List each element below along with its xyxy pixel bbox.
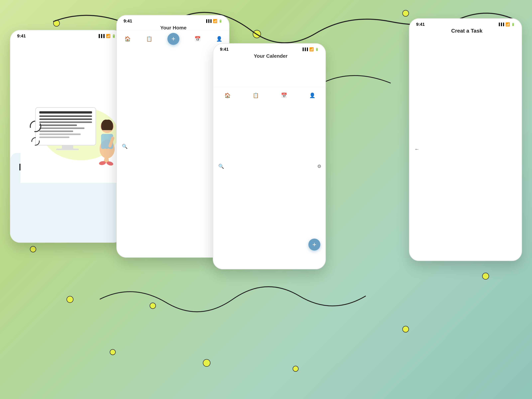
calendar-top-bar: 🔍 Your Calender ⚙ bbox=[213, 53, 325, 269]
status-bar-4: 9:41 ▐▐▐ 📶 🔋 bbox=[410, 19, 521, 28]
fab-add-button[interactable]: + bbox=[167, 33, 179, 45]
create-task-header: ← Creat a Task bbox=[410, 28, 521, 260]
svg-rect-6 bbox=[39, 125, 77, 126]
cal-nav-calendar[interactable]: 📅 bbox=[281, 92, 287, 99]
status-icons-2: ▐▐▐ 📶 🔋 bbox=[205, 19, 222, 23]
status-time-4: 9:41 bbox=[416, 22, 425, 27]
cal-nav-tasks[interactable]: 📋 bbox=[252, 92, 259, 99]
signal-icon-1: ▐▐▐ bbox=[97, 34, 105, 38]
battery-icon-2: 🔋 bbox=[219, 19, 222, 23]
hero-illustration bbox=[20, 70, 122, 179]
filter-icon-cal[interactable]: ⚙ bbox=[317, 164, 321, 169]
status-bar-3: 9:41 ▐▐▐ 📶 🔋 bbox=[213, 44, 325, 53]
svg-rect-9 bbox=[39, 133, 81, 135]
status-time-1: 9:41 bbox=[17, 33, 26, 38]
create-task-title: Creat a Task bbox=[423, 28, 511, 260]
signal-icon-2: ▐▐▐ bbox=[205, 19, 211, 23]
svg-rect-3 bbox=[39, 115, 92, 117]
status-bar-1: 9:41 ▐▐▐ 📶 🔋 bbox=[11, 30, 122, 40]
nav-tasks-icon[interactable]: 📋 bbox=[146, 36, 152, 42]
svg-rect-4 bbox=[39, 118, 92, 120]
signal-icon-4: ▐▐▐ bbox=[498, 23, 504, 26]
battery-icon-1: 🔋 bbox=[112, 34, 116, 38]
phone-calendar: 9:41 ▐▐▐ 📶 🔋 🔍 Your Calender ⚙ 2023 Febr… bbox=[213, 43, 326, 269]
nav-home-icon[interactable]: 🏠 bbox=[124, 36, 131, 42]
svg-rect-10 bbox=[39, 137, 69, 138]
cal-nav-profile[interactable]: 👤 bbox=[309, 92, 316, 99]
home-bottom-nav: 🏠 📋 + 📅 👤 bbox=[117, 30, 229, 47]
phone-create-task: 9:41 ▐▐▐ 📶 🔋 ← Creat a Task Name Design … bbox=[409, 18, 522, 261]
svg-rect-8 bbox=[39, 131, 73, 132]
back-button[interactable]: ← bbox=[414, 146, 419, 152]
status-icons-4: ▐▐▐ 📶 🔋 bbox=[498, 22, 515, 27]
wifi-icon-4: 📶 bbox=[505, 22, 510, 27]
phone-splash: 9:41 ▐▐▐ 📶 🔋 bbox=[10, 30, 123, 243]
calendar-title: Your Calender bbox=[224, 53, 317, 269]
home-title: Your Home bbox=[128, 25, 219, 257]
nav-calendar-icon[interactable]: 📅 bbox=[194, 36, 201, 42]
fab-add-calendar[interactable]: + bbox=[308, 239, 320, 251]
status-icons-3: ▐▐▐ 📶 🔋 bbox=[302, 47, 319, 51]
home-top-bar: 🔍 Your Home 🔔 bbox=[117, 25, 229, 257]
svg-rect-12 bbox=[56, 149, 79, 150]
svg-rect-5 bbox=[39, 121, 92, 123]
wifi-icon-3: 📶 bbox=[309, 47, 314, 51]
cal-nav-home[interactable]: 🏠 bbox=[224, 92, 231, 99]
svg-rect-11 bbox=[62, 145, 73, 149]
calendar-bottom-nav: 🏠 📋 📅 👤 bbox=[213, 87, 325, 104]
wifi-icon-2: 📶 bbox=[213, 19, 217, 23]
signal-icon-3: ▐▐▐ bbox=[302, 48, 308, 51]
status-bar-2: 9:41 ▐▐▐ 📶 🔋 bbox=[117, 15, 229, 25]
phone-home: 9:41 ▐▐▐ 📶 🔋 🔍 Your Home 🔔 Good Evening … bbox=[116, 15, 229, 258]
status-time-3: 9:41 bbox=[220, 47, 228, 52]
search-icon-home[interactable]: 🔍 bbox=[122, 144, 128, 149]
hero-area bbox=[20, 70, 122, 183]
status-icons-1: ▐▐▐ 📶 🔋 bbox=[97, 34, 116, 38]
status-time-2: 9:41 bbox=[124, 19, 132, 24]
battery-icon-3: 🔋 bbox=[315, 48, 319, 51]
nav-profile-icon[interactable]: 👤 bbox=[216, 36, 222, 42]
wifi-icon-1: 📶 bbox=[106, 34, 110, 38]
svg-rect-2 bbox=[39, 111, 92, 114]
battery-icon-4: 🔋 bbox=[511, 23, 515, 26]
calendar-fab: + bbox=[308, 239, 320, 251]
search-icon-cal[interactable]: 🔍 bbox=[218, 164, 224, 169]
svg-rect-7 bbox=[39, 127, 84, 129]
